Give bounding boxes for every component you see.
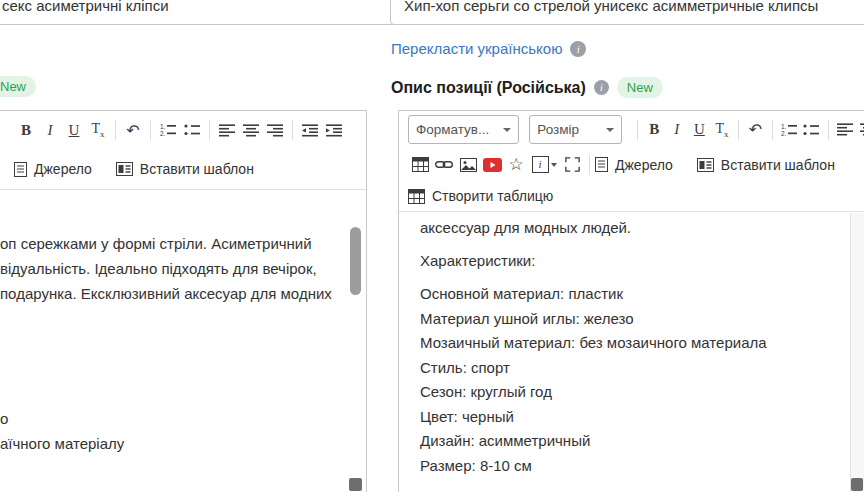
remove-format-icon: Tx: [91, 121, 104, 139]
create-table-button-label: Створити таблицю: [432, 188, 553, 204]
scrollbar-down-button[interactable]: [851, 478, 863, 491]
scrollbar-track[interactable]: [850, 213, 864, 492]
editor-toolbar-ru: Форматув... Розмір B I U Tx ↶ 1.2.: [399, 111, 864, 212]
text-line: аксессуар для модных людей.: [420, 216, 864, 241]
text-line-fragment: подарунка. Ексклюзивний аксесуар для мод…: [0, 282, 332, 306]
description-editor-ru: Форматув... Розмір B I U Tx ↶ 1.2.: [398, 110, 864, 492]
source-button-label: Джерело: [615, 157, 673, 173]
text-line-fragment: відуальність. Ідеально підходять для веч…: [0, 257, 317, 281]
text-line-fragment: оп сережками у формі стріли. Асиметрични…: [0, 232, 312, 256]
numbered-list-button[interactable]: 1.2.: [157, 118, 179, 142]
toolbar-separator: [209, 120, 210, 140]
font-size-value: Розмір: [537, 122, 579, 137]
product-title-input-ua[interactable]: [0, 0, 396, 25]
template-icon: [697, 158, 714, 172]
create-table-button[interactable]: Створити таблицю: [408, 188, 553, 204]
svg-text:2.: 2.: [160, 130, 166, 137]
remove-format-icon: Tx: [715, 121, 728, 139]
remove-format-button[interactable]: Tx: [712, 118, 733, 142]
align-center-icon: [243, 124, 259, 137]
paragraph: аксессуар для модных людей.: [420, 216, 864, 241]
source-button[interactable]: Джерело: [595, 157, 673, 173]
align-right-button[interactable]: [264, 118, 286, 142]
paragraph-format-value: Форматув...: [416, 122, 489, 137]
increase-indent-button[interactable]: [323, 118, 345, 142]
text-line: Стиль: спорт: [420, 356, 864, 381]
source-button[interactable]: Джерело: [14, 161, 92, 177]
info-icon[interactable]: i: [570, 41, 586, 57]
maximize-button[interactable]: [561, 153, 583, 177]
paragraph-format-dropdown[interactable]: Форматув...: [408, 115, 519, 144]
text-line: Цвет: черный: [420, 405, 864, 430]
toolbar-separator: [772, 120, 773, 140]
bold-icon: B: [21, 122, 31, 139]
star-button[interactable]: ☆: [505, 153, 527, 177]
info-block-icon: i: [532, 156, 557, 173]
editor-content-ru[interactable]: аксессуар для модных людей. Характеристи…: [399, 212, 864, 478]
toolbar-separator: [292, 120, 293, 140]
italic-button[interactable]: I: [667, 118, 688, 142]
table-icon: [408, 189, 425, 204]
numbered-list-icon: 1.2.: [160, 123, 177, 137]
paragraph: Характеристики:: [420, 249, 864, 274]
bold-icon: B: [649, 121, 659, 138]
new-badge-left: New: [0, 76, 36, 97]
italic-icon: I: [48, 122, 53, 139]
font-size-dropdown[interactable]: Розмір: [529, 115, 622, 144]
translate-to-ukrainian-link[interactable]: Перекласти українською: [391, 40, 562, 57]
text-line: Сезон: круглый год: [420, 380, 864, 405]
align-left-button[interactable]: [835, 118, 856, 142]
scrollbar-thumb[interactable]: [350, 227, 361, 295]
insert-video-button[interactable]: [481, 153, 503, 177]
link-button[interactable]: [433, 153, 455, 177]
product-title-input-ru[interactable]: [390, 0, 864, 25]
decrease-indent-button[interactable]: [299, 118, 321, 142]
underline-button[interactable]: U: [63, 118, 85, 142]
text-line: Размер: 8-10 см: [420, 454, 864, 479]
svg-text:1.: 1.: [160, 123, 166, 130]
scrollbar-down-button[interactable]: [349, 478, 362, 491]
svg-text:1.: 1.: [781, 123, 787, 130]
undo-icon: ↶: [749, 120, 762, 139]
star-icon: ☆: [508, 156, 523, 173]
source-button-label: Джерело: [34, 161, 92, 177]
editor-toolbar-ua: B I U Tx ↶ 1.2.: [0, 111, 366, 190]
text-line-fragment: о: [0, 407, 8, 431]
insert-template-button[interactable]: Вставити шаблон: [116, 161, 254, 177]
youtube-icon: [483, 158, 502, 172]
bullet-list-button[interactable]: [181, 118, 203, 142]
bold-button[interactable]: B: [644, 118, 665, 142]
undo-icon: ↶: [126, 121, 139, 140]
italic-button[interactable]: I: [39, 118, 61, 142]
info-icon[interactable]: i: [594, 80, 609, 95]
insert-image-button[interactable]: [457, 153, 479, 177]
underline-button[interactable]: U: [689, 118, 710, 142]
numbered-list-button[interactable]: 1.2.: [779, 118, 800, 142]
description-editor-ua: B I U Tx ↶ 1.2.: [0, 110, 367, 492]
table-icon: [412, 157, 429, 172]
align-left-icon: [837, 123, 853, 136]
undo-button[interactable]: ↶: [122, 118, 144, 142]
undo-button[interactable]: ↶: [745, 118, 766, 142]
increase-indent-icon: [326, 124, 342, 137]
info-block-button[interactable]: i: [529, 153, 559, 177]
insert-template-button[interactable]: Вставити шаблон: [697, 157, 835, 173]
insert-table-button[interactable]: [409, 153, 431, 177]
align-center-icon: [860, 123, 864, 136]
text-line-fragment: аїчного матеріалу: [0, 432, 124, 456]
chevron-down-icon: [606, 128, 614, 132]
bullet-list-button[interactable]: [801, 118, 822, 142]
insert-template-button-label: Вставити шаблон: [721, 157, 835, 173]
description-heading-ru: Опис позиції (Російська): [391, 79, 586, 97]
align-left-button[interactable]: [216, 118, 238, 142]
link-icon: [435, 159, 453, 170]
underline-icon: U: [69, 122, 80, 139]
align-left-icon: [219, 124, 235, 137]
new-badge-right: New: [617, 77, 663, 98]
remove-format-button[interactable]: Tx: [87, 118, 109, 142]
align-center-button[interactable]: [240, 118, 262, 142]
align-center-button[interactable]: [857, 118, 864, 142]
svg-text:2.: 2.: [781, 130, 787, 137]
bold-button[interactable]: B: [15, 118, 37, 142]
maximize-icon: [565, 157, 580, 172]
